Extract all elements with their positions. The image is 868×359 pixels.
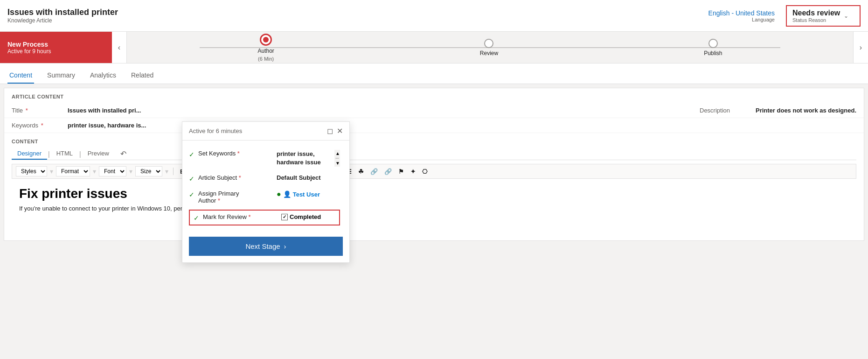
editor-tab-sep2: |	[79, 150, 81, 158]
stage-label-publish: Publish	[704, 50, 722, 56]
header-right: English - United States Language Needs r…	[708, 5, 861, 27]
new-process-stage: New Process Active for 9 hours	[0, 32, 112, 63]
next-stage-button[interactable]: Next Stage ›	[189, 237, 343, 256]
tab-related[interactable]: Related	[129, 68, 155, 84]
flyout-row-mark-review: ✓ Mark for Review * ✓ Completed	[189, 210, 340, 225]
flyout-value-review[interactable]: ✓ Completed	[281, 213, 321, 220]
flyout-label-keywords: Set Keywords *	[198, 150, 273, 157]
toolbar-sep3: ▾	[129, 168, 132, 175]
process-subtitle: Active for 9 hours	[7, 48, 104, 55]
next-stage-arrow-icon: ›	[284, 242, 286, 250]
styles-select[interactable]: Styles	[16, 166, 47, 176]
size-select[interactable]: Size	[135, 166, 162, 176]
status-label: Status Reason	[792, 17, 840, 23]
process-stages: Author (6 Min) Review Publish	[127, 34, 853, 62]
stage-label-review: Review	[480, 50, 498, 56]
tab-summary[interactable]: Summary	[45, 68, 77, 84]
tab-analytics[interactable]: Analytics	[88, 68, 118, 84]
status-section[interactable]: Needs review Status Reason ⌄	[786, 5, 861, 27]
editor-tab-preview[interactable]: Preview	[82, 148, 115, 160]
link-button[interactable]: 🔗	[368, 167, 380, 176]
tab-content[interactable]: Content	[7, 68, 34, 84]
scroll-down-button[interactable]: ▼	[334, 160, 340, 167]
stage-circle-author	[260, 34, 272, 46]
stage-review[interactable]: Review	[480, 39, 498, 56]
scroll-thumb	[335, 158, 339, 159]
header-left: Issues with installed printer Knowledge …	[7, 7, 118, 24]
online-status-icon: ●	[277, 190, 281, 198]
required-subject: *	[239, 174, 241, 181]
editor-tab-html[interactable]: HTML	[51, 148, 78, 160]
undo-button[interactable]: ↶	[120, 149, 126, 158]
flyout-header-text: Active for 6 minutes	[189, 127, 242, 134]
next-stage-label: Next Stage	[245, 242, 280, 250]
flyout-value-author[interactable]: Test User	[293, 191, 320, 198]
field-value-title[interactable]: Issues with installed pri...	[68, 107, 681, 114]
process-title: New Process	[7, 41, 104, 48]
flyout-header: Active for 6 minutes ◻ ✕	[182, 122, 349, 141]
image-button[interactable]: ☘	[356, 167, 366, 176]
stage-author[interactable]: Author (6 Min)	[257, 34, 274, 62]
language-label: Language	[708, 17, 775, 22]
editor-heading: Fix printer issues	[19, 186, 849, 201]
flyout-value-keywords-container: printer issue,hardware issue ▲ ▼	[277, 150, 340, 167]
flyout-expand-button[interactable]: ◻	[327, 127, 333, 135]
article-subtitle: Knowledge Article	[7, 17, 118, 24]
editor-paragraph: If you're unable to connect to your prin…	[19, 205, 849, 212]
flyout-value-keywords: printer issue,hardware issue	[277, 150, 340, 167]
keywords-scrollbar: ▲ ▼	[334, 150, 340, 167]
process-nav-right-button[interactable]: ›	[853, 32, 868, 63]
content-section: CONTENT Designer | HTML | Preview ↶ Styl…	[4, 133, 864, 240]
main-content: ARTICLE CONTENT Title * Issues with inst…	[4, 88, 864, 241]
main-wrapper: ARTICLE CONTENT Title * Issues with inst…	[0, 84, 868, 359]
article-content-section-header: ARTICLE CONTENT	[4, 88, 864, 103]
stage-publish[interactable]: Publish	[704, 39, 722, 56]
language-section[interactable]: English - United States Language	[708, 9, 775, 22]
source-button[interactable]: ⎔	[420, 167, 429, 176]
special-char-button[interactable]: ✦	[409, 167, 417, 176]
editor-body[interactable]: Fix printer issues If you're unable to c…	[12, 179, 856, 235]
unlink-button[interactable]: 🔗	[382, 167, 394, 176]
editor-tab-sep1: |	[48, 150, 50, 158]
flyout-header-actions: ◻ ✕	[327, 127, 343, 135]
editor-toolbar: Styles ▾ Format ▾ Font ▾ Size ▾ B I U S …	[12, 164, 856, 179]
format-select[interactable]: Format	[56, 166, 90, 176]
flyout-value-author-container: ● 👤 Test User	[277, 190, 320, 198]
field-label-title: Title *	[12, 107, 68, 114]
tabs-bar: Content Summary Analytics Related	[0, 63, 868, 84]
stage-circle-review	[484, 39, 493, 48]
field-label-keywords: Keywords *	[12, 122, 68, 129]
toolbar-sep2: ▾	[93, 168, 96, 175]
process-nav-left-button[interactable]: ‹	[112, 32, 127, 63]
completed-label: Completed	[290, 213, 321, 220]
article-title: Issues with installed printer	[7, 7, 118, 17]
stage-circle-publish	[708, 39, 718, 48]
field-row-keywords: Keywords * printer issue, hardware is...	[4, 118, 864, 133]
description-label: Description	[700, 107, 756, 114]
language-value: English - United States	[708, 9, 775, 17]
flyout-close-button[interactable]: ✕	[337, 127, 343, 135]
flyout-row-author: ✓ Assign PrimaryAuthor * ● 👤 Test User	[189, 186, 340, 208]
stage-sublabel-author: (6 Min)	[258, 56, 274, 62]
required-indicator-title: *	[26, 107, 28, 114]
completed-checkbox-icon: ✓	[281, 214, 288, 220]
header: Issues with installed printer Knowledge …	[0, 0, 868, 32]
required-author: *	[218, 197, 220, 204]
required-keywords: *	[237, 150, 240, 157]
editor-tabs: Designer | HTML | Preview ↶	[12, 148, 856, 160]
flyout-row-subject: ✓ Article Subject * Default Subject	[189, 170, 340, 186]
flyout-value-subject: Default Subject	[277, 174, 321, 181]
chevron-down-icon: ⌄	[844, 13, 848, 19]
user-icon: 👤	[283, 190, 291, 198]
check-icon-keywords: ✓	[189, 151, 194, 158]
font-select[interactable]: Font	[99, 166, 126, 176]
flag-button[interactable]: ⚑	[396, 167, 406, 176]
editor-tab-designer[interactable]: Designer	[12, 148, 47, 160]
scroll-up-button[interactable]: ▲	[334, 150, 340, 157]
flyout-label-review: Mark for Review *	[203, 213, 278, 220]
required-review: *	[249, 213, 251, 220]
flyout-popup: Active for 6 minutes ◻ ✕ ✓ Set Keywords …	[182, 121, 350, 263]
check-icon-subject: ✓	[189, 175, 194, 183]
flyout-body: ✓ Set Keywords * printer issue,hardware …	[182, 141, 349, 233]
flyout-label-author: Assign PrimaryAuthor *	[198, 190, 273, 204]
